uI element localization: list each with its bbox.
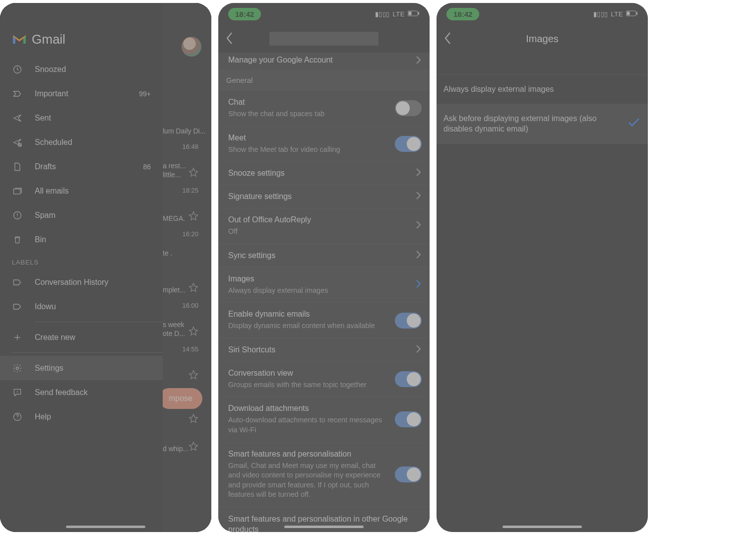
inbox-time: 14:55 <box>182 345 198 353</box>
star-icon[interactable] <box>189 167 198 179</box>
back-button[interactable] <box>225 32 238 45</box>
inbox-snippet: te . <box>163 249 172 257</box>
toggle[interactable] <box>395 313 422 329</box>
sidebar-label-conv-history[interactable]: Conversation History <box>0 270 163 294</box>
labels-header: LABELS <box>0 252 163 270</box>
settings-row-conversation-view[interactable]: Conversation view Groups emails with the… <box>218 362 430 398</box>
sidebar-item-settings[interactable]: Settings <box>0 356 163 380</box>
option-label: Always display external images <box>443 85 554 93</box>
settings-row-dynamic-email[interactable]: Enable dynamic emails Display dynamic em… <box>218 303 430 338</box>
settings-row-signature[interactable]: Signature settings <box>218 185 430 208</box>
inbox-time: 16:48 <box>182 143 198 150</box>
toggle[interactable] <box>395 136 422 152</box>
plus-icon <box>12 332 23 343</box>
sidebar-item-bin[interactable]: Bin <box>0 227 163 252</box>
inbox-snippet: mplet... <box>163 286 186 294</box>
gmail-logo-icon <box>12 34 27 46</box>
settings-row-smart-features-other[interactable]: Smart features and personalisation in ot… <box>218 507 430 532</box>
row-title: Chat <box>228 98 420 107</box>
settings-row-manage-account[interactable]: Manage your Google Account <box>218 53 430 70</box>
row-title: Smart features and personalisation in ot… <box>228 514 420 532</box>
toggle[interactable] <box>395 100 422 116</box>
badge-count: 86 <box>143 163 151 171</box>
inbox-time: 16:20 <box>182 230 198 238</box>
inbox-row[interactable]: lum Daily Di... <box>163 96 206 140</box>
sidebar-item-label: Snoozed <box>35 65 66 74</box>
file-icon <box>12 161 23 172</box>
home-indicator[interactable] <box>66 526 145 528</box>
option-label: Ask before displaying external images (a… <box>443 114 597 134</box>
star-icon[interactable] <box>189 282 198 294</box>
settings-row-sync[interactable]: Sync settings <box>218 244 430 268</box>
sidebar-item-label: Settings <box>35 364 63 373</box>
sidebar-item-label: Spam <box>35 211 56 220</box>
inbox-row[interactable]: mplet... <box>163 271 206 299</box>
home-indicator[interactable] <box>284 526 364 528</box>
inbox-snippet: MEGA. <box>163 214 185 222</box>
sidebar-item-allmail[interactable]: All emails <box>0 179 163 203</box>
star-icon[interactable] <box>189 370 198 381</box>
feedback-icon <box>12 387 23 398</box>
star-icon[interactable] <box>189 413 198 425</box>
sidebar-item-drafts[interactable]: Drafts 86 <box>0 154 163 179</box>
row-sub: Show the chat and spaces tab <box>228 109 420 119</box>
inbox-snippet: a rest... <box>163 162 186 170</box>
images-option-always[interactable]: Always display external images <box>437 74 648 104</box>
row-sub: Always display external images <box>228 286 420 296</box>
sidebar-item-create-new[interactable]: Create new <box>0 325 163 349</box>
section-title: General <box>226 76 252 84</box>
row-sub: Gmail, Chat and Meet may use my email, c… <box>228 461 420 500</box>
settings-row-smart-features[interactable]: Smart features and personalisation Gmail… <box>218 443 430 507</box>
avatar[interactable] <box>182 37 201 57</box>
sidebar-item-label: Sent <box>35 114 51 123</box>
help-icon <box>12 411 23 422</box>
settings-header <box>218 25 430 53</box>
toggle[interactable] <box>395 411 422 427</box>
sidebar-item-spam[interactable]: Spam <box>0 203 163 227</box>
inbox-row[interactable]: 14:55 <box>163 342 206 386</box>
toggle[interactable] <box>395 371 422 387</box>
toggle[interactable] <box>395 467 422 482</box>
sidebar-item-help[interactable]: Help <box>0 404 163 429</box>
back-button[interactable] <box>443 32 456 45</box>
settings-row-snooze[interactable]: Snooze settings <box>218 162 430 185</box>
sidebar-label-idowu[interactable]: Idowu <box>0 294 163 319</box>
inbox-time: 18:25 <box>182 187 198 194</box>
images-header: Images <box>437 25 648 53</box>
compose-button[interactable]: mpose <box>159 388 202 409</box>
settings-row-chat[interactable]: Chat Show the chat and spaces tab <box>218 91 430 127</box>
star-icon[interactable] <box>189 441 198 453</box>
svg-rect-2 <box>14 189 20 194</box>
sidebar-item-important[interactable]: Important 99+ <box>0 81 163 106</box>
row-title: Snooze settings <box>228 169 420 178</box>
settings-row-siri[interactable]: Siri Shortcuts <box>218 338 430 362</box>
settings-row-meet[interactable]: Meet Show the Meet tab for video calling <box>218 127 430 162</box>
row-title: Images <box>228 274 420 283</box>
star-icon[interactable] <box>189 326 198 337</box>
star-icon[interactable] <box>189 211 198 222</box>
battery-icon <box>626 10 638 18</box>
sidebar-item-scheduled[interactable]: Scheduled <box>0 130 163 154</box>
inbox-snippet: lum Daily Di... <box>163 127 205 135</box>
chevron-right-icon <box>416 168 421 178</box>
inbox-row[interactable]: d whip... <box>163 430 206 458</box>
inbox-row[interactable]: 16:48 a rest... little... <box>163 140 206 184</box>
sidebar-item-snoozed[interactable]: Snoozed <box>0 57 163 81</box>
inbox-row[interactable]: 18:25 MEGA. <box>163 184 206 227</box>
sidebar-item-sent[interactable]: Sent <box>0 106 163 130</box>
sidebar-item-feedback[interactable]: Send feedback <box>0 380 163 404</box>
inbox-row[interactable]: 16:00 s week ote D... <box>163 299 206 342</box>
inbox-snippet: ote D... <box>163 330 185 337</box>
sidebar-item-label: Important <box>35 89 68 98</box>
settings-row-ooo[interactable]: Out of Office AutoReply Off <box>218 208 430 244</box>
settings-row-images[interactable]: Images Always display external images <box>218 268 430 303</box>
home-indicator[interactable] <box>503 526 582 528</box>
sidebar-item-label: Scheduled <box>35 138 72 147</box>
images-option-ask[interactable]: Ask before displaying external images (a… <box>437 104 648 144</box>
settings-row-download-attachments[interactable]: Download attachments Auto-download attac… <box>218 397 430 442</box>
signal-icon: ▮▯▯▯ <box>593 10 608 18</box>
clock-icon <box>12 64 23 75</box>
inbox-row[interactable]: 16:20 te . <box>163 227 206 271</box>
sidebar-item-label: Help <box>35 412 51 421</box>
phone-gmail-drawer: lum Daily Di... 16:48 a rest... little..… <box>0 3 211 532</box>
